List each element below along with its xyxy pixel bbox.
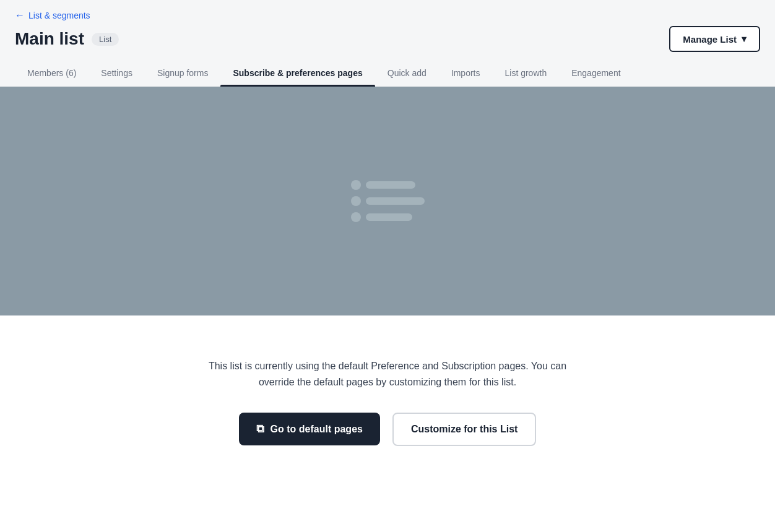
tab-imports[interactable]: Imports [439, 62, 493, 87]
action-buttons: ⧉ Go to default pages Customize for this… [239, 413, 537, 446]
back-arrow-icon: ← [15, 10, 25, 21]
tab-list-growth[interactable]: List growth [492, 62, 559, 87]
list-badge: List [92, 33, 119, 46]
tab-members[interactable]: Members (6) [15, 62, 89, 87]
back-link-label: List & segments [28, 11, 90, 20]
manage-list-label: Manage List [683, 34, 737, 45]
back-link[interactable]: ← List & segments [15, 10, 760, 21]
skeleton-bar-3 [366, 213, 412, 221]
gray-content-area [0, 87, 775, 315]
tab-settings[interactable]: Settings [89, 62, 145, 87]
default-pages-label: Go to default pages [271, 424, 363, 435]
external-link-icon: ⧉ [256, 423, 264, 435]
skeleton-bar-1 [366, 181, 415, 189]
title-left: Main list List [15, 29, 119, 49]
manage-list-button[interactable]: Manage List ▾ [669, 26, 760, 52]
skeleton-circle-1 [351, 180, 361, 190]
tab-quick-add[interactable]: Quick add [375, 62, 439, 87]
chevron-down-icon: ▾ [742, 33, 747, 45]
skeleton-row-2 [351, 196, 425, 206]
tab-signup-forms[interactable]: Signup forms [145, 62, 220, 87]
header-bar: ← List & segments Main list List Manage … [0, 0, 775, 52]
page-title: Main list [15, 29, 84, 49]
skeleton-circle-3 [351, 212, 361, 222]
skeleton-row-3 [351, 212, 425, 222]
customize-label: Customize for this List [411, 424, 517, 434]
tab-subscribe-preferences[interactable]: Subscribe & preferences pages [220, 62, 375, 87]
nav-tabs: Members (6) Settings Signup forms Subscr… [0, 52, 775, 87]
bottom-section: This list is currently using the default… [0, 315, 775, 489]
skeleton-circle-2 [351, 196, 361, 206]
description-text: This list is currently using the default… [196, 358, 579, 390]
title-row: Main list List Manage List ▾ [15, 26, 760, 52]
tab-engagement[interactable]: Engagement [559, 62, 633, 87]
go-to-default-pages-button[interactable]: ⧉ Go to default pages [239, 413, 380, 445]
skeleton-illustration [351, 180, 425, 222]
skeleton-bar-2 [366, 197, 425, 205]
customize-for-list-button[interactable]: Customize for this List [392, 413, 536, 446]
skeleton-row-1 [351, 180, 425, 190]
